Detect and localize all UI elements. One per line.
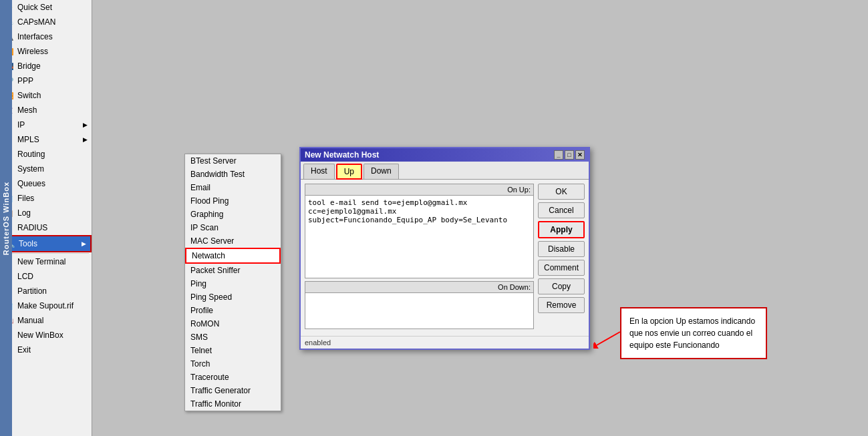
submenu-item-traffic-generator[interactable]: Traffic Generator: [185, 384, 281, 397]
sidebar-item-interfaces[interactable]: 🔌 Interfaces: [0, 29, 92, 44]
sidebar-item-capsman[interactable]: 📡 CAPsMAN: [0, 15, 92, 29]
on-up-label: On Up:: [305, 184, 533, 196]
on-up-section: On Up:: [305, 184, 534, 278]
sidebar-item-lcd[interactable]: ■ LCD: [0, 269, 92, 284]
svg-line-0: [597, 332, 620, 345]
tab-up[interactable]: Up: [336, 164, 362, 180]
remove-button[interactable]: Remove: [538, 297, 585, 313]
sidebar-item-bridge[interactable]: 🌉 Bridge: [0, 59, 92, 73]
dialog-minimize-btn[interactable]: _: [554, 150, 563, 160]
apply-button[interactable]: Apply: [538, 221, 585, 238]
dialog-tabs: Host Up Down: [301, 162, 589, 180]
submenu-item-traceroute[interactable]: Traceroute: [185, 371, 281, 384]
sidebar-item-routing[interactable]: ■ Routing: [0, 147, 92, 162]
sidebar: ⚡ Quick Set 📡 CAPsMAN 🔌 Interfaces 📶 Wir…: [0, 0, 92, 436]
sidebar-item-partition[interactable]: ■ Partition: [0, 284, 92, 298]
submenu-item-sms[interactable]: SMS: [185, 331, 281, 344]
submenu-item-romon[interactable]: RoMON: [185, 317, 281, 331]
sidebar-item-mesh[interactable]: 🕸 Mesh: [0, 103, 92, 118]
dialog-titlebar: New Netwatch Host _ □ ✕: [301, 148, 589, 162]
submenu-item-flood-ping[interactable]: Flood Ping: [185, 194, 281, 208]
ok-button[interactable]: OK: [538, 184, 585, 200]
copy-button[interactable]: Copy: [538, 278, 585, 294]
submenu-item-ip-scan[interactable]: IP Scan: [185, 221, 281, 234]
cancel-button[interactable]: Cancel: [538, 202, 585, 218]
submenu-item-ping[interactable]: Ping: [185, 277, 281, 290]
annotation-box: En la opcion Up estamos indicando que no…: [620, 307, 767, 359]
main-content: BTest Server Bandwidth Test Email Flood …: [92, 0, 868, 436]
submenu-item-graphing[interactable]: Graphing: [185, 208, 281, 221]
sidebar-item-manual[interactable]: 📖 Manual: [0, 313, 92, 328]
netwatch-dialog: New Netwatch Host _ □ ✕ Host Up Down On …: [299, 147, 590, 350]
submenu-item-traffic-monitor[interactable]: Traffic Monitor: [185, 397, 281, 411]
dialog-close-btn[interactable]: ✕: [575, 150, 585, 160]
submenu-item-torch[interactable]: Torch: [185, 357, 281, 371]
dialog-buttons: OK Cancel Apply Disable Comment Copy Rem…: [538, 184, 585, 332]
disable-button[interactable]: Disable: [538, 241, 585, 257]
dialog-body: On Up: On Down: OK Cancel Apply Disable …: [301, 180, 589, 336]
on-down-label: On Down:: [305, 282, 533, 293]
sidebar-item-quick-set[interactable]: ⚡ Quick Set: [0, 0, 92, 15]
dialog-title: New Netwatch Host: [305, 150, 379, 160]
sidebar-item-radius[interactable]: ■ RADIUS: [0, 220, 92, 235]
submenu-item-telnet[interactable]: Telnet: [185, 344, 281, 357]
submenu-item-ping-speed[interactable]: Ping Speed: [185, 290, 281, 304]
routeros-label: RouterOS WinBox: [0, 0, 12, 436]
sidebar-item-system[interactable]: ⚙ System: [0, 162, 92, 176]
submenu-item-email[interactable]: Email: [185, 181, 281, 194]
tab-down[interactable]: Down: [364, 164, 399, 179]
sidebar-item-files[interactable]: 📄 Files: [0, 191, 92, 206]
submenu-item-bandwidth-test[interactable]: Bandwidth Test: [185, 168, 281, 181]
tools-submenu: BTest Server Bandwidth Test Email Flood …: [184, 154, 281, 411]
sidebar-item-switch[interactable]: 🔀 Switch: [0, 88, 92, 103]
submenu-item-btest-server[interactable]: BTest Server: [185, 154, 281, 168]
on-down-section: On Down:: [305, 281, 534, 329]
mpls-arrow: ▶: [83, 136, 88, 143]
dialog-maximize-btn[interactable]: □: [565, 150, 574, 160]
sidebar-item-queues[interactable]: ■ Queues: [0, 176, 92, 191]
dialog-titlebar-buttons: _ □ ✕: [554, 150, 585, 160]
sidebar-item-ip[interactable]: ■ IP ▶: [0, 118, 92, 132]
submenu-item-profile[interactable]: Profile: [185, 304, 281, 317]
sidebar-item-wireless[interactable]: 📶 Wireless: [0, 44, 92, 59]
sidebar-item-log[interactable]: 📋 Log: [0, 206, 92, 220]
sidebar-divider: [3, 253, 89, 254]
submenu-item-packet-sniffer[interactable]: Packet Sniffer: [185, 264, 281, 277]
comment-button[interactable]: Comment: [538, 260, 585, 276]
sidebar-item-new-terminal[interactable]: ▶ New Terminal: [0, 254, 92, 269]
ip-arrow: ▶: [83, 122, 88, 128]
dialog-status: enabled: [301, 336, 589, 349]
sidebar-item-tools[interactable]: 🔧 Tools ▶: [0, 235, 92, 252]
tab-host[interactable]: Host: [303, 164, 335, 179]
dialog-form: On Up: On Down:: [305, 184, 534, 332]
on-down-textarea[interactable]: [305, 293, 533, 326]
sidebar-item-new-winbox[interactable]: ■ New WinBox: [0, 328, 92, 343]
submenu-item-mac-server[interactable]: MAC Server: [185, 234, 281, 248]
sidebar-item-make-supout[interactable]: 📄 Make Supout.rif: [0, 298, 92, 313]
sidebar-item-ppp[interactable]: 🔗 PPP: [0, 73, 92, 88]
submenu-item-netwatch[interactable]: Netwatch: [185, 248, 281, 264]
tools-arrow: ▶: [82, 240, 86, 247]
sidebar-item-mpls[interactable]: ■ MPLS ▶: [0, 132, 92, 147]
on-up-textarea[interactable]: [305, 196, 533, 276]
sidebar-item-exit[interactable]: ✖ Exit: [0, 343, 92, 357]
